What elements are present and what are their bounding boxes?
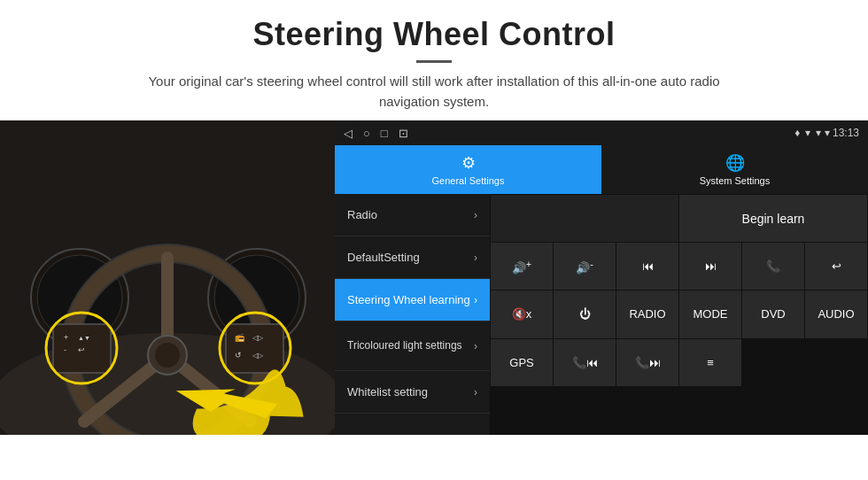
- chevron-right-icon: ›: [474, 252, 477, 264]
- tel-next-button[interactable]: 📞⏭: [616, 339, 678, 386]
- gear-icon: ⚙: [461, 153, 476, 173]
- menu-item-whitelist[interactable]: Whitelist setting ›: [335, 371, 490, 414]
- hangup-button[interactable]: ↩: [805, 243, 867, 290]
- svg-rect-20: [226, 324, 283, 373]
- menu-list: Radio › DefaultSetting › Steering Wheel …: [335, 194, 490, 435]
- begin-learn-button[interactable]: Begin learn: [679, 195, 867, 242]
- playlist-icon: ≡: [707, 356, 714, 369]
- signal-icon: ♦: [794, 127, 800, 139]
- svg-text:+: +: [64, 333, 68, 342]
- menu-item-tricoloured[interactable]: Tricoloured light settings ›: [335, 321, 490, 371]
- title-divider: [416, 60, 452, 63]
- phone-icon: 📞: [766, 259, 780, 273]
- menu-label-whitelist: Whitelist setting: [347, 385, 428, 399]
- screen-icon[interactable]: ⊡: [399, 127, 408, 140]
- content-area: 80 km/h + - ▲▼ ↩ 📻 ◁▷ ↺ ◁▷: [0, 120, 868, 435]
- svg-text:↩: ↩: [78, 345, 85, 354]
- svg-text:↺: ↺: [235, 351, 242, 360]
- chevron-right-icon: ›: [474, 209, 477, 221]
- power-icon: ⏻: [579, 307, 591, 321]
- dvd-label: DVD: [761, 307, 785, 321]
- volume-up-icon: 🔊+: [512, 259, 531, 275]
- power-button[interactable]: ⏻: [554, 290, 616, 337]
- volume-down-icon: 🔊-: [576, 259, 593, 275]
- tab-bar: ⚙ General Settings 🌐 System Settings: [335, 145, 868, 194]
- time-display: ▾ ▾ 13:13: [816, 127, 859, 139]
- svg-text:◁▷: ◁▷: [252, 352, 264, 360]
- wifi-icon: ▾: [805, 127, 810, 139]
- audio-button[interactable]: AUDIO: [805, 290, 867, 337]
- hangup-icon: ↩: [832, 259, 841, 273]
- svg-text:-: -: [64, 345, 66, 354]
- phone-button[interactable]: 📞: [742, 243, 804, 290]
- svg-text:◁▷: ◁▷: [252, 334, 264, 342]
- empty-cell: [491, 195, 678, 242]
- menu-label-tricoloured: Tricoloured light settings: [347, 339, 462, 353]
- dvd-button[interactable]: DVD: [742, 290, 804, 337]
- back-icon[interactable]: ◁: [344, 127, 353, 140]
- status-bar-left: ◁ ○ □ ⊡: [344, 127, 408, 140]
- tel-prev-icon: 📞⏮: [572, 356, 598, 369]
- chevron-right-icon: ›: [474, 294, 477, 306]
- chevron-right-icon: ›: [474, 340, 477, 352]
- menu-item-default[interactable]: DefaultSetting ›: [335, 236, 490, 279]
- menu-label-steering: Steering Wheel learning: [347, 293, 470, 306]
- menu-label-radio: Radio: [347, 208, 377, 221]
- top-section: Steering Wheel Control Your original car…: [0, 0, 868, 120]
- svg-text:▲▼: ▲▼: [78, 335, 90, 341]
- tab-system-label: System Settings: [700, 175, 770, 186]
- audio-label: AUDIO: [818, 307, 854, 321]
- control-grid: Begin learn 🔊+ 🔊- ⏮ ⏭ 📞: [490, 194, 868, 435]
- globe-icon: 🌐: [725, 153, 745, 173]
- radio-label: RADIO: [629, 307, 665, 321]
- status-bar-right: ♦ ▾ ▾ ▾ 13:13: [794, 127, 859, 139]
- playlist-button[interactable]: ≡: [679, 339, 741, 386]
- tel-next-icon: 📞⏭: [635, 356, 661, 369]
- tab-general[interactable]: ⚙ General Settings: [335, 145, 601, 194]
- next-track-button[interactable]: ⏭: [679, 243, 741, 290]
- mute-icon: 🔇x: [512, 307, 532, 321]
- menu-item-radio[interactable]: Radio ›: [335, 194, 490, 236]
- mute-button[interactable]: 🔇x: [491, 290, 553, 337]
- android-panel: ◁ ○ □ ⊡ ♦ ▾ ▾ ▾ 13:13 ⚙ General Settings…: [335, 120, 868, 435]
- gps-label: GPS: [509, 356, 533, 369]
- volume-down-button[interactable]: 🔊-: [554, 243, 616, 290]
- radio-button[interactable]: RADIO: [616, 290, 678, 337]
- svg-text:📻: 📻: [235, 332, 245, 343]
- next-track-icon: ⏭: [705, 259, 717, 273]
- svg-point-14: [155, 343, 180, 368]
- mode-label: MODE: [694, 307, 728, 321]
- status-bar: ◁ ○ □ ⊡ ♦ ▾ ▾ ▾ 13:13: [335, 120, 868, 145]
- prev-track-button[interactable]: ⏮: [616, 243, 678, 290]
- recent-icon[interactable]: □: [381, 127, 388, 140]
- tel-prev-button[interactable]: 📞⏮: [554, 339, 616, 386]
- home-icon[interactable]: ○: [363, 127, 370, 140]
- prev-track-icon: ⏮: [642, 259, 654, 273]
- subtitle-text: Your original car's steering wheel contr…: [124, 72, 744, 112]
- tab-system[interactable]: 🌐 System Settings: [601, 145, 868, 194]
- image-area: 80 km/h + - ▲▼ ↩ 📻 ◁▷ ↺ ◁▷: [0, 120, 335, 435]
- menu-label-default: DefaultSetting: [347, 251, 420, 264]
- volume-up-button[interactable]: 🔊+: [491, 243, 553, 290]
- lower-area: Radio › DefaultSetting › Steering Wheel …: [335, 194, 868, 435]
- mode-button[interactable]: MODE: [679, 290, 741, 337]
- tab-general-label: General Settings: [432, 175, 505, 186]
- page-title: Steering Wheel Control: [18, 16, 850, 53]
- gps-button[interactable]: GPS: [491, 339, 553, 386]
- chevron-right-icon: ›: [474, 386, 477, 399]
- menu-item-steering[interactable]: Steering Wheel learning ›: [335, 279, 490, 321]
